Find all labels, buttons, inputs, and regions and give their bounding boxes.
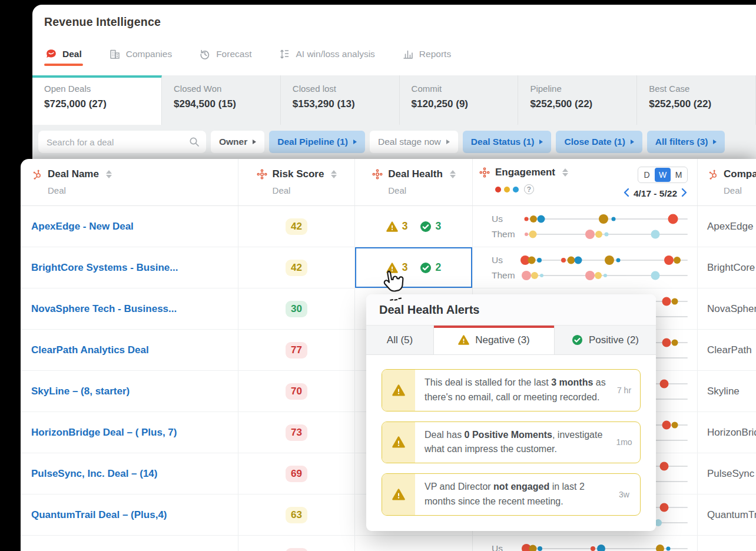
column-company[interactable]: Company Deal: [698, 159, 756, 205]
deal-name-link[interactable]: ApexEdge - New Deal: [31, 221, 134, 233]
period-W[interactable]: W: [655, 168, 671, 182]
gong-deal-icon: [45, 48, 57, 60]
deal-health-cell[interactable]: 32: [355, 247, 473, 288]
engagement-dot: [666, 546, 670, 550]
nav-tab-companies[interactable]: Companies: [108, 48, 173, 69]
engagement-dot: [530, 215, 537, 223]
engagement-dot: [664, 255, 674, 265]
filter-chip[interactable]: Owner: [211, 131, 264, 153]
filter-chip[interactable]: Close Date (1): [556, 131, 642, 153]
chevron-left-icon[interactable]: [623, 188, 629, 200]
filter-chip[interactable]: Deal Pipeline (1): [269, 131, 365, 153]
caret-right-icon: [631, 140, 634, 144]
column-deal-name[interactable]: Deal Name Deal: [21, 159, 238, 205]
risk-score-badge: 69: [286, 466, 307, 482]
deal-name-link[interactable]: SkyLine – (8, starter): [31, 386, 130, 397]
tab-positive[interactable]: Positive (2): [555, 326, 656, 354]
engagement-dot: [529, 545, 536, 551]
card-label: Commit: [412, 84, 506, 94]
risk-score-badge: 73: [286, 424, 307, 441]
sort-icon[interactable]: [562, 168, 568, 177]
nav-tab-ai-win-loss-analysis[interactable]: AI win/loss analysis: [277, 48, 376, 69]
page-title: Revenue Intelligence: [44, 15, 161, 29]
caret-right-icon: [253, 140, 256, 144]
engagement-dot: [537, 258, 542, 263]
sort-icon[interactable]: [331, 170, 337, 178]
engagement-them-track: [525, 228, 688, 241]
property-icon: [256, 168, 268, 180]
deal-name-link[interactable]: PulseSync, Inc. Deal – (14): [31, 468, 157, 480]
engagement-dot: [595, 231, 602, 238]
filter-chip[interactable]: Deal Status (1): [463, 131, 552, 153]
engagement-us-track: [525, 254, 688, 267]
filter-chip[interactable]: All filters (3): [647, 131, 725, 153]
caret-right-icon: [539, 140, 543, 144]
period-D[interactable]: D: [639, 168, 655, 182]
search-input[interactable]: [38, 131, 206, 153]
company-name: QuantumTrail: [707, 509, 756, 521]
engagement-dot: [537, 215, 545, 223]
summary-card[interactable]: Closed Won $294,500 (15): [162, 75, 281, 125]
engagement-dot: [561, 258, 566, 263]
sort-icon[interactable]: [106, 170, 112, 178]
engagement-dot: [585, 271, 595, 280]
alert-card: This deal is stalled for the last 3 mont…: [382, 369, 641, 411]
nav-tab-reports[interactable]: Reports: [401, 48, 452, 69]
summary-card[interactable]: Open Deals $725,000 (27): [32, 75, 162, 125]
summary-card[interactable]: Commit $120,250 (9): [400, 75, 519, 125]
search-icon: [189, 137, 200, 147]
column-risk-score[interactable]: Risk Score Deal: [238, 159, 355, 205]
period-M[interactable]: M: [671, 168, 687, 182]
engagement-cell: Us Them: [473, 536, 698, 551]
sort-icon[interactable]: [450, 170, 456, 178]
summary-card[interactable]: Best Case $252,500 (22): [637, 75, 756, 125]
risk-score-badge: 30: [286, 301, 307, 317]
reports-icon: [402, 48, 414, 60]
company-name: ApexEdge: [707, 221, 753, 233]
engagement-dot: [662, 338, 671, 347]
chevron-right-icon[interactable]: [681, 188, 688, 200]
engagement-dot: [674, 257, 681, 264]
legend-dot-icon: [513, 187, 519, 192]
deal-health-cell[interactable]: [355, 536, 473, 551]
engagement-legend: ?: [495, 184, 568, 194]
engagement-cell: Us Them: [473, 206, 698, 247]
engagement-dot: [668, 214, 678, 224]
filter-chip[interactable]: Deal stage now: [370, 131, 458, 153]
summary-card[interactable]: Closed lost $153,290 (13): [281, 75, 400, 125]
engagement-dot: [522, 271, 531, 280]
card-value: $252,500 (22): [530, 98, 625, 110]
nav-tab-forecast[interactable]: Forecast: [198, 48, 253, 69]
deal-name-link[interactable]: BrightCore Systems - Busine...: [31, 262, 178, 274]
deal-health-cell[interactable]: 33: [355, 206, 473, 247]
companies-icon: [109, 48, 121, 60]
hand-cursor-icon: [377, 266, 412, 306]
table-header: Deal Name Deal Risk Score Deal: [21, 159, 756, 206]
us-label: Us: [492, 214, 525, 224]
alert-text: VP and Director not engaged in last 2 mo…: [415, 474, 608, 515]
engagement-dot: [591, 546, 595, 551]
nav-tabs: Deal Companies Forecast AI win/loss anal…: [44, 48, 452, 69]
column-deal-health[interactable]: Deal Health Deal: [355, 159, 473, 205]
screen: Revenue Intelligence Deal Companies Fore…: [0, 0, 756, 551]
nav-tab-deal[interactable]: Deal: [44, 48, 83, 69]
property-icon: [372, 168, 383, 180]
risk-score-badge: 63: [286, 507, 307, 523]
warning-icon: [382, 422, 415, 463]
engagement-dot: [585, 230, 595, 239]
help-icon[interactable]: ?: [524, 184, 534, 194]
date-range-label: 4/17 - 5/22: [634, 188, 677, 199]
deal-name-link[interactable]: NovaSphere Tech - Business...: [31, 303, 177, 315]
engagement-dot: [604, 232, 608, 236]
deal-name-link[interactable]: ClearPath Analytics Deal: [31, 344, 149, 356]
engagement-dot: [611, 217, 615, 221]
tab-all[interactable]: All (5): [366, 326, 434, 354]
deal-name-link[interactable]: QuantumTrail Deal – (Plus,4): [31, 509, 167, 521]
summary-card[interactable]: Pipeline $252,500 (22): [518, 75, 637, 125]
risk-score-badge: [286, 548, 308, 551]
tab-negative[interactable]: Negative (3): [434, 326, 555, 354]
engagement-dot: [540, 274, 543, 277]
deal-name-link[interactable]: HorizonBridge Deal – ( Plus, 7): [31, 427, 177, 439]
card-label: Closed Won: [174, 84, 268, 94]
table-row: ApexEdge - New Deal 42 33 Us Them ApexEd…: [21, 206, 756, 247]
